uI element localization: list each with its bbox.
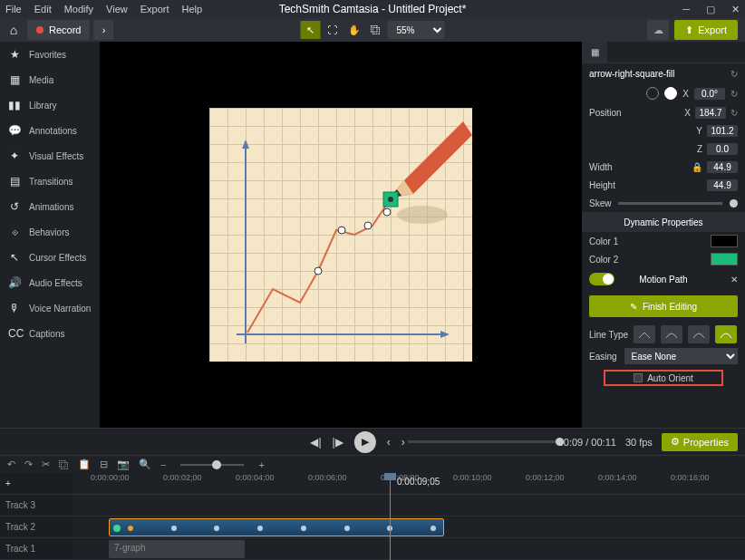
hand-tool[interactable]: ✋	[344, 21, 364, 39]
pos-y-value[interactable]: 101.2	[707, 125, 738, 137]
pos-x-value[interactable]: 184.7	[695, 107, 726, 119]
motion-path-toggle[interactable]	[589, 273, 614, 285]
minimize-button[interactable]: ─	[682, 4, 690, 15]
sidebar-item-visual-effects[interactable]: ✦Visual Effects	[0, 143, 100, 169]
zoom-in-button[interactable]: +	[258, 459, 264, 470]
track3-label[interactable]: Track 3	[0, 495, 73, 517]
gear-icon: ⚙	[671, 436, 680, 448]
mic-icon: 🎙	[8, 302, 21, 314]
track-2[interactable]	[73, 517, 745, 538]
add-track-button[interactable]: +	[5, 478, 11, 488]
split-button[interactable]: ⊟	[100, 459, 108, 470]
sidebar-item-captions[interactable]: CCCaptions	[0, 321, 100, 346]
record-forward-button[interactable]: ›	[93, 20, 113, 40]
canvas-zoom-select[interactable]: 55%	[388, 21, 445, 39]
maximize-button[interactable]: ▢	[706, 4, 715, 15]
track1-label[interactable]: Track 1	[0, 538, 73, 560]
skew-slider[interactable]	[618, 202, 722, 205]
timeline-tools: ↶ ↷ ✂ ⿻ 📋 ⊟ 📷 🔍 − +	[0, 455, 745, 473]
rotation-value[interactable]: 0.0°	[694, 88, 725, 100]
sidebar-item-annotations[interactable]: 💬Annotations	[0, 118, 100, 143]
screenshot-button[interactable]: 📷	[117, 459, 130, 470]
skew-handle[interactable]	[730, 199, 738, 208]
timeline-ruler[interactable]: 0:00:00;00 0:00:02;00 0:00:04;00 0:00:06…	[73, 473, 745, 495]
linetype-curve2[interactable]	[688, 325, 710, 343]
linetype-smooth[interactable]	[715, 325, 737, 343]
cursor-tool[interactable]: ↖	[301, 21, 321, 39]
lock-icon[interactable]: 🔒	[692, 162, 702, 172]
motion-path-clip[interactable]	[109, 518, 444, 536]
menu-view[interactable]: View	[106, 4, 128, 14]
cursor-icon: ↖	[8, 251, 21, 264]
close-button[interactable]: ✕	[731, 4, 740, 15]
sidebar-item-library[interactable]: ▮▮Library	[0, 92, 100, 118]
props-tab-visual[interactable]: ▦	[582, 42, 607, 63]
linetype-curve1[interactable]	[661, 325, 682, 343]
auto-orient-label: Auto Orient	[647, 373, 693, 383]
playback-slider[interactable]	[408, 440, 564, 443]
easing-select[interactable]: Ease None	[624, 348, 738, 364]
star-icon: ★	[8, 48, 21, 61]
menu-modify[interactable]: Modify	[64, 4, 93, 14]
motion-path-close[interactable]: ✕	[730, 275, 738, 285]
cloud-button[interactable]: ☁	[647, 20, 669, 40]
svg-point-7	[383, 208, 391, 216]
undo-button[interactable]: ↶	[7, 459, 15, 470]
timeline-zoom-slider[interactable]	[180, 464, 244, 466]
sidebar-item-transitions[interactable]: ▤Transitions	[0, 169, 100, 194]
canvas[interactable]	[209, 108, 472, 362]
home-button[interactable]: ⌂	[0, 23, 27, 37]
toolbar: ⌂ Record › ↖ ⛶ ✋ ⿻ 55% ☁ ⬆ Export	[0, 18, 745, 42]
canvas-area[interactable]	[100, 42, 582, 428]
menu-export[interactable]: Export	[140, 4, 169, 14]
menu-file[interactable]: File	[5, 4, 22, 14]
sidebar-item-media[interactable]: ▦Media	[0, 67, 100, 92]
cc-icon: CC	[8, 327, 21, 340]
paste-button[interactable]: 📋	[78, 459, 91, 470]
finish-editing-button[interactable]: ✎ Finish Editing	[589, 295, 738, 317]
track-1[interactable]: 7-graph	[73, 538, 745, 560]
reset-posx-icon[interactable]: ↻	[730, 108, 738, 118]
sidebar-item-audio-effects[interactable]: 🔊Audio Effects	[0, 270, 100, 295]
height-value[interactable]: 44.9	[707, 179, 738, 191]
menu-edit[interactable]: Edit	[34, 4, 52, 14]
pos-z-value[interactable]: 0.0	[707, 143, 738, 155]
orient-circle-2[interactable]	[664, 87, 677, 100]
copy-button[interactable]: ⿻	[59, 459, 69, 470]
track-3[interactable]	[73, 495, 745, 517]
prev-frame-button[interactable]: ◀|	[310, 436, 321, 449]
playhead[interactable]	[390, 473, 391, 560]
color1-swatch[interactable]	[711, 235, 738, 247]
next-frame-button[interactable]: |▶	[333, 436, 343, 449]
sidebar-item-behaviors[interactable]: ⟐Behaviors	[0, 219, 100, 245]
reset-rot-icon[interactable]: ↻	[730, 89, 738, 99]
menu-help[interactable]: Help	[182, 4, 203, 14]
sidebar-item-animations[interactable]: ↺Animations	[0, 194, 100, 219]
redo-button[interactable]: ↷	[24, 459, 33, 470]
sidebar-item-favorites[interactable]: ★Favorites	[0, 42, 100, 67]
reset-icon[interactable]: ↻	[730, 69, 738, 79]
auto-orient-row[interactable]: Auto Orient	[604, 370, 723, 386]
rewind-button[interactable]: ‹	[387, 436, 391, 449]
finish-icon: ✎	[630, 302, 637, 312]
cut-button[interactable]: ✂	[42, 459, 50, 470]
linetype-straight[interactable]	[634, 325, 655, 343]
crop-tool[interactable]: ⿻	[366, 21, 386, 39]
color2-swatch[interactable]	[711, 253, 738, 266]
zoom-fit-button[interactable]: 🔍	[139, 459, 151, 470]
easing-label: Easing	[589, 352, 617, 362]
sidebar-item-cursor-effects[interactable]: ↖Cursor Effects	[0, 245, 100, 270]
properties-button[interactable]: ⚙ Properties	[662, 433, 738, 451]
play-button[interactable]: ▶	[354, 431, 376, 453]
export-button[interactable]: ⬆ Export	[674, 20, 738, 40]
width-value[interactable]: 44.9	[707, 161, 738, 173]
record-button[interactable]: Record	[27, 20, 90, 40]
forward-button[interactable]: ›	[402, 436, 405, 449]
auto-orient-checkbox[interactable]	[634, 373, 643, 382]
orient-circle-1[interactable]	[646, 87, 659, 100]
media-clip[interactable]: 7-graph	[109, 540, 245, 558]
zoom-out-button[interactable]: −	[160, 459, 166, 470]
sidebar-item-voice-narration[interactable]: 🎙Voice Narration	[0, 295, 100, 321]
track2-label[interactable]: Track 2	[0, 517, 73, 538]
pan-tool[interactable]: ⛶	[323, 21, 343, 39]
